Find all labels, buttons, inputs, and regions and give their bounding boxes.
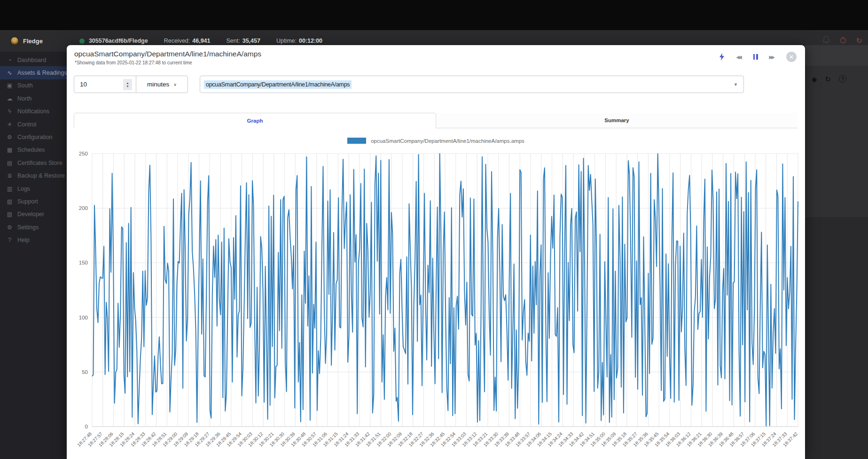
pause-icon[interactable]: [753, 54, 758, 60]
sent-label: Sent:: [227, 38, 240, 44]
sidebar-item-certificates-store[interactable]: ▤Certificates Store: [0, 156, 67, 169]
certificates-store-icon: ▤: [6, 160, 13, 166]
logs-icon: ▥: [6, 186, 13, 192]
sidebar-item-configuration[interactable]: ⚙Configuration: [0, 131, 67, 143]
dashboard-icon: ◔: [6, 57, 13, 63]
duration-value: 10: [80, 81, 87, 88]
sidebar-item-dashboard[interactable]: ◔Dashboard: [0, 54, 67, 66]
uptime-label: Uptime:: [276, 38, 297, 44]
sidebar-item-label: Assets & Readings: [17, 70, 67, 76]
tab-summary[interactable]: Summary: [436, 113, 798, 128]
received-value: 46,941: [192, 38, 210, 44]
sidebar-item-assets-readings[interactable]: ∿Assets & Readings: [0, 66, 67, 79]
duration-group: 10 ▲▼ minutes ∨: [74, 76, 188, 93]
sidebar-item-label: Help: [17, 237, 30, 243]
schedules-icon: ▦: [6, 147, 13, 153]
sidebar-item-label: North: [17, 95, 32, 102]
y-tick-label: 100: [79, 315, 88, 320]
y-tick-label: 250: [79, 151, 88, 156]
modal-title: opcuaSmartCompany/DepartmentA/line1/mach…: [74, 50, 261, 58]
service-status-dot: [79, 39, 85, 44]
backup-restore-icon: ≣: [6, 172, 13, 179]
duration-input[interactable]: 10 ▲▼: [74, 76, 136, 93]
tab-bar: Graph Summary: [74, 113, 798, 128]
sidebar-item-label: Logs: [17, 186, 30, 192]
help-icon[interactable]: ?: [839, 75, 846, 83]
support-icon: ▨: [6, 198, 13, 205]
sidebar-item-south[interactable]: ▣South: [0, 79, 67, 92]
received-label: Received:: [164, 38, 190, 44]
sidebar-item-label: Certificates Store: [17, 160, 63, 166]
help-icon: ?: [6, 237, 13, 243]
dimmed-page-header: [805, 45, 868, 66]
chart-area: 05010015020025018:27:4818:27:5718:28:061…: [73, 146, 799, 459]
rewind-icon[interactable]: ◀◀: [736, 54, 742, 60]
sidebar-item-backup-restore[interactable]: ≣Backup & Restore: [0, 170, 67, 182]
sidebar-item-label: Settings: [17, 224, 39, 231]
sidebar-item-label: South: [17, 82, 33, 89]
sidebar-item-label: Control: [17, 121, 36, 128]
dimmed-page-panel: ◆ ↻ ?: [805, 66, 868, 217]
brand-name: Fledge: [23, 38, 43, 45]
sidebar-item-label: Support: [17, 198, 38, 205]
sidebar-item-north[interactable]: ☁North: [0, 92, 67, 105]
y-tick-label: 0: [85, 424, 88, 429]
chart-legend[interactable]: opcuaSmartCompany/DepartmentA/line1/mach…: [67, 138, 805, 144]
latest-reading-icon[interactable]: [719, 53, 725, 61]
sidebar-item-label: Schedules: [17, 147, 45, 153]
sidebar-item-label: Developer: [17, 211, 44, 218]
select-arrow-icon: ▼: [734, 82, 738, 87]
sidebar-nav: ◔Dashboard∿Assets & Readings▣South☁North…: [0, 52, 67, 459]
configuration-icon: ⚙: [6, 134, 13, 140]
legend-swatch: [347, 138, 366, 144]
modal-toolbar: ◀◀ ▶▶ ✕: [719, 52, 797, 62]
y-tick-label: 150: [79, 260, 88, 265]
north-icon: ☁: [6, 95, 13, 102]
sidebar-item-label: Configuration: [17, 134, 52, 140]
refresh-icon[interactable]: ↻: [825, 75, 831, 84]
asset-select[interactable]: opcuaSmartCompany/DepartmentA/line1/mach…: [200, 76, 744, 93]
sidebar-item-schedules[interactable]: ▦Schedules: [0, 144, 67, 156]
sidebar-item-settings[interactable]: ⚙Settings: [0, 221, 67, 233]
asset-selected-value: opcuaSmartCompany/DepartmentA/line1/mach…: [204, 80, 352, 89]
eraser-icon[interactable]: ◆: [812, 75, 817, 84]
settings-icon: ⚙: [6, 224, 13, 231]
notifications-icon: ϟ: [6, 108, 13, 115]
modal-subtitle: *Showing data from 2025-01-22 18:27:48 t…: [75, 60, 192, 65]
sidebar-item-label: Dashboard: [17, 57, 46, 63]
readings-chart[interactable]: 05010015020025018:27:4818:27:5718:28:061…: [73, 146, 799, 457]
sent-metric: Sent: 35,457: [227, 38, 260, 44]
sidebar-item-help[interactable]: ?Help: [0, 233, 67, 246]
legend-label: opcuaSmartCompany/DepartmentA/line1/mach…: [371, 138, 524, 144]
sent-value: 35,457: [242, 38, 260, 44]
sidebar-item-label: Notifications: [17, 108, 49, 115]
sidebar-item-notifications[interactable]: ϟNotifications: [0, 105, 67, 118]
shutdown-icon[interactable]: [839, 36, 847, 45]
tab-graph[interactable]: Graph: [74, 113, 436, 128]
close-icon[interactable]: ✕: [786, 52, 797, 62]
y-tick-label: 50: [82, 369, 88, 375]
received-metric: Received: 46,941: [164, 38, 211, 44]
fast-forward-icon[interactable]: ▶▶: [769, 54, 775, 60]
sidebar-item-support[interactable]: ▨Support: [0, 195, 67, 208]
chevron-down-icon: ∨: [173, 82, 177, 87]
host-name: 305576acdf6b/Fledge: [89, 38, 148, 44]
control-icon: ☀: [6, 121, 13, 128]
uptime-metric: Uptime: 00:12:00: [276, 38, 322, 44]
fledge-logo: [10, 37, 19, 45]
developer-icon: ▧: [6, 211, 13, 218]
asset-readings-modal: opcuaSmartCompany/DepartmentA/line1/mach…: [67, 45, 805, 459]
uptime-value: 00:12:00: [299, 38, 322, 44]
south-icon: ▣: [6, 82, 13, 89]
sidebar-item-control[interactable]: ☀Control: [0, 118, 67, 131]
sidebar-item-label: Backup & Restore: [17, 172, 65, 179]
y-tick-label: 200: [79, 205, 88, 211]
restart-icon[interactable]: ↻: [856, 36, 862, 45]
sidebar-item-developer[interactable]: ▧Developer: [0, 208, 67, 221]
duration-stepper[interactable]: ▲▼: [123, 79, 132, 90]
sidebar-item-logs[interactable]: ▥Logs: [0, 182, 67, 195]
notifications-bell-icon[interactable]: [822, 36, 830, 46]
assets-readings-icon: ∿: [6, 70, 13, 76]
unit-selected-value: minutes: [147, 81, 169, 88]
unit-select[interactable]: minutes ∨: [136, 76, 188, 93]
